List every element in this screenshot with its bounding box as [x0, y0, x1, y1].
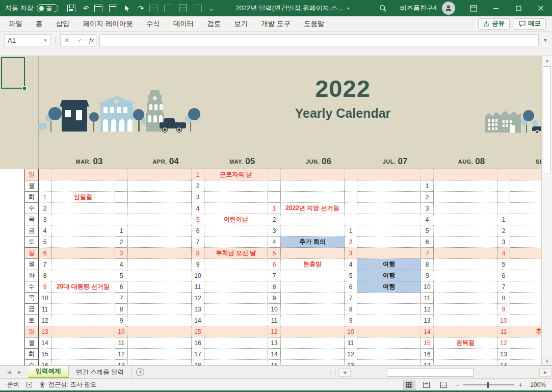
calendar-note-cell[interactable] — [51, 326, 115, 337]
calendar-date-cell[interactable]: 2 — [345, 237, 357, 248]
calendar-note-cell[interactable] — [434, 304, 497, 315]
autosave-switch[interactable]: 끔 — [37, 4, 58, 12]
calendar-note-cell[interactable] — [204, 315, 268, 326]
tab-splitter-handle[interactable]: ⋮⋮ — [328, 366, 338, 378]
calendar-date-cell[interactable] — [345, 169, 357, 180]
calendar-note-cell[interactable] — [128, 270, 192, 281]
calendar-note-cell[interactable] — [128, 248, 192, 259]
calendar-date-cell[interactable] — [345, 192, 357, 203]
calendar-date-cell[interactable]: 9 — [497, 304, 510, 315]
name-box-caret-icon[interactable]: ▼ — [43, 38, 47, 43]
calendar-note-cell[interactable] — [51, 293, 115, 304]
calendar-note-cell[interactable] — [51, 203, 115, 214]
autosave-toggle[interactable]: 자동 저장 끔 — [5, 4, 58, 13]
calendar-note-cell[interactable] — [51, 337, 115, 349]
calendar-note-cell[interactable] — [434, 281, 497, 293]
calendar-date-cell[interactable] — [268, 169, 281, 180]
calendar-date-cell[interactable]: 3 — [192, 192, 204, 203]
calendar-date-cell[interactable] — [497, 192, 510, 203]
calendar-date-cell[interactable]: 1 — [345, 225, 357, 237]
horizontal-scrollbar[interactable]: ◀ ▶ — [338, 366, 552, 378]
calendar-date-cell[interactable]: 10 — [115, 326, 128, 337]
calendar-note-cell[interactable]: 현충일 — [281, 259, 345, 270]
calendar-date-cell[interactable]: 8 — [345, 304, 357, 315]
calendar-date-cell[interactable]: 13 — [421, 315, 434, 326]
save-icon[interactable] — [67, 5, 75, 12]
calendar-note-cell[interactable] — [128, 180, 192, 192]
export-window-icon[interactable] — [94, 5, 102, 12]
horizontal-scroll-thumb[interactable] — [387, 368, 474, 377]
page-layout-view-button[interactable] — [420, 380, 433, 390]
calendar-date-cell[interactable]: 3 — [115, 248, 128, 259]
calendar-note-cell[interactable] — [281, 281, 345, 293]
calendar-day-cell[interactable]: 월 — [25, 180, 39, 192]
calendar-note-cell[interactable] — [128, 281, 192, 293]
calendar-date-cell[interactable]: 9 — [345, 315, 357, 326]
calendar-date-cell[interactable]: 13 — [115, 360, 128, 365]
calendar-note-cell[interactable] — [204, 349, 268, 360]
add-sheet-button[interactable]: + — [132, 366, 149, 378]
avatar[interactable] — [442, 2, 455, 15]
calendar-note-cell[interactable]: 여행 — [357, 259, 421, 270]
calendar-date-cell[interactable]: 2 — [192, 180, 204, 192]
calendar-note-cell[interactable] — [128, 337, 192, 349]
calendar-date-cell[interactable]: 10 — [345, 326, 357, 337]
calendar-date-cell[interactable]: 14 — [497, 360, 510, 365]
calendar-date-cell[interactable] — [268, 192, 281, 203]
calendar-date-cell[interactable]: 5 — [39, 237, 51, 248]
calendar-note-cell[interactable] — [51, 304, 115, 315]
calendar-date-cell[interactable]: 4 — [421, 214, 434, 225]
calendar-note-cell[interactable] — [204, 192, 268, 203]
calendar-date-cell[interactable]: 5 — [345, 270, 357, 281]
calendar-date-cell[interactable]: 12 — [345, 349, 357, 360]
calendar-date-cell[interactable]: 11 — [268, 315, 281, 326]
calendar-date-cell[interactable]: 5 — [115, 270, 128, 281]
stamp-icon[interactable] — [179, 5, 187, 12]
calendar-date-cell[interactable]: 4 — [115, 259, 128, 270]
minimize-icon[interactable] — [485, 0, 507, 16]
calendar-note-cell[interactable]: 여행 — [357, 281, 421, 293]
calendar-note-cell[interactable] — [357, 360, 421, 365]
calendar-date-cell[interactable] — [39, 180, 51, 192]
calendar-note-cell[interactable] — [357, 293, 421, 304]
formula-input[interactable] — [99, 34, 539, 46]
ribbon-tab-4[interactable]: 수식 — [140, 16, 167, 31]
calendar-note-cell[interactable] — [204, 360, 268, 365]
calendar-date-cell[interactable]: 9 — [192, 259, 204, 270]
calendar-note-cell[interactable] — [434, 214, 497, 225]
calendar-date-cell[interactable]: 12 — [497, 337, 510, 349]
calendar-date-cell[interactable]: 5 — [192, 214, 204, 225]
calendar-note-cell[interactable] — [51, 259, 115, 270]
calendar-note-cell[interactable] — [357, 248, 421, 259]
month-header-3[interactable]: JUN.06 — [280, 154, 357, 169]
calendar-date-cell[interactable]: 17 — [421, 360, 434, 365]
calendar-date-cell[interactable]: 3 — [39, 214, 51, 225]
calendar-date-cell[interactable]: 12 — [268, 326, 281, 337]
sheet-tab-yearly-schedule[interactable]: 연간 스케줄 달력 — [69, 366, 132, 378]
calendar-note-cell[interactable] — [281, 304, 345, 315]
calendar-date-cell[interactable] — [39, 169, 51, 180]
confirm-entry-icon[interactable]: ✓ — [76, 37, 84, 44]
cancel-entry-icon[interactable]: ✕ — [63, 37, 71, 44]
comments-button[interactable]: 메모 — [514, 18, 546, 30]
ribbon-tab-2[interactable]: 삽입 — [49, 16, 76, 31]
calendar-day-cell[interactable]: 금 — [25, 225, 39, 237]
calendar-note-cell[interactable] — [434, 360, 497, 365]
calendar-date-cell[interactable]: 13 — [39, 326, 51, 337]
search-icon[interactable] — [372, 0, 395, 16]
calendar-date-cell[interactable]: 9 — [268, 293, 281, 304]
calendar-note-cell[interactable] — [357, 169, 421, 180]
calendar-note-cell[interactable] — [204, 203, 268, 214]
calendar-date-cell[interactable] — [268, 180, 281, 192]
calendar-note-cell[interactable] — [281, 360, 345, 365]
calendar-date-cell[interactable]: 15 — [268, 360, 281, 365]
calendar-date-cell[interactable] — [497, 169, 510, 180]
calendar-date-cell[interactable]: 1 — [115, 225, 128, 237]
edit-window-icon[interactable] — [109, 5, 117, 12]
calendar-date-cell[interactable]: 15 — [192, 326, 204, 337]
calendar-date-cell[interactable]: 12 — [39, 315, 51, 326]
normal-view-button[interactable] — [403, 380, 415, 390]
calendar-note-cell[interactable] — [204, 259, 268, 270]
calendar-note-cell[interactable]: 여행 — [357, 270, 421, 281]
calendar-note-cell[interactable]: 근로자의 날 — [204, 169, 268, 180]
